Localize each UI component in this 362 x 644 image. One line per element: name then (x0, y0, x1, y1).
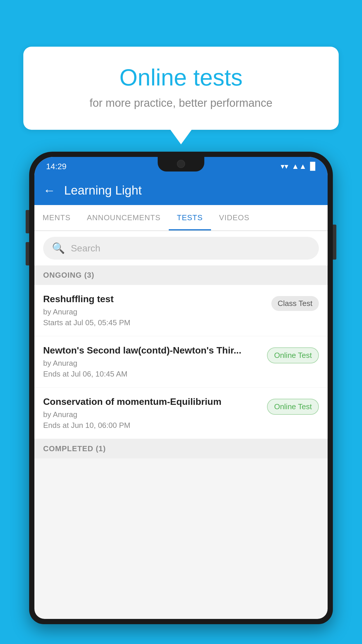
back-button[interactable]: ← (43, 183, 55, 197)
test-item-2[interactable]: Newton's Second law(contd)-Newton's Thir… (34, 336, 328, 388)
app-title: Learning Light (64, 183, 142, 197)
test-name-1: Reshuffling test (43, 294, 266, 304)
test-date-1: Starts at Jul 05, 05:45 PM (43, 318, 266, 327)
test-name-3: Conservation of momentum-Equilibrium (43, 396, 261, 407)
phone-btn-right (333, 225, 336, 260)
test-info-3: Conservation of momentum-Equilibrium by … (43, 396, 261, 430)
phone-camera (177, 160, 185, 168)
test-info-2: Newton's Second law(contd)-Newton's Thir… (43, 345, 261, 379)
status-icons: ▾▾ ▲▲ ▉ (281, 162, 316, 171)
speech-bubble: Online tests for more practice, better p… (23, 47, 339, 130)
ongoing-section-header: ONGOING (3) (34, 265, 328, 285)
battery-icon: ▉ (310, 162, 316, 171)
bubble-title: Online tests (38, 64, 324, 91)
tab-videos[interactable]: VIDEOS (211, 205, 258, 230)
search-bar[interactable]: 🔍 Search (43, 237, 319, 260)
tab-tests[interactable]: TESTS (169, 205, 211, 230)
test-by-2: by Anurag (43, 359, 261, 368)
phone-btn-left (26, 210, 29, 233)
test-name-2: Newton's Second law(contd)-Newton's Thir… (43, 345, 261, 356)
phone-btn-left2 (26, 242, 29, 265)
test-date-2: Ends at Jul 06, 10:45 AM (43, 370, 261, 379)
phone-notch (158, 157, 204, 172)
test-item-3[interactable]: Conservation of momentum-Equilibrium by … (34, 388, 328, 439)
tabs-bar: MENTS ANNOUNCEMENTS TESTS VIDEOS (34, 205, 328, 231)
search-input[interactable]: Search (71, 243, 100, 254)
test-by-1: by Anurag (43, 307, 266, 316)
test-badge-1: Class Test (271, 296, 319, 311)
phone-wrapper: 14:29 ▾▾ ▲▲ ▉ ← Learning Light MENTS ANN… (29, 152, 333, 644)
app-header: ← Learning Light (34, 176, 328, 205)
signal-icon: ▲▲ (292, 162, 307, 171)
test-item-1[interactable]: Reshuffling test by Anurag Starts at Jul… (34, 285, 328, 336)
ongoing-title: ONGOING (3) (43, 271, 94, 279)
test-badge-2: Online Test (267, 347, 319, 363)
tab-announcements[interactable]: ANNOUNCEMENTS (79, 205, 169, 230)
test-by-3: by Anurag (43, 410, 261, 419)
completed-section-header: COMPLETED (1) (34, 439, 328, 459)
tab-ments[interactable]: MENTS (34, 205, 79, 230)
test-badge-3: Online Test (267, 399, 319, 415)
search-icon: 🔍 (52, 242, 65, 254)
status-time: 14:29 (46, 162, 66, 171)
wifi-icon: ▾▾ (281, 162, 288, 171)
bubble-subtitle: for more practice, better performance (38, 97, 324, 109)
completed-title: COMPLETED (1) (43, 444, 106, 453)
test-date-3: Ends at Jun 10, 06:00 PM (43, 421, 261, 430)
test-info-1: Reshuffling test by Anurag Starts at Jul… (43, 294, 266, 327)
phone-outer: 14:29 ▾▾ ▲▲ ▉ ← Learning Light MENTS ANN… (29, 152, 333, 624)
search-container: 🔍 Search (34, 231, 328, 265)
phone-screen: 14:29 ▾▾ ▲▲ ▉ ← Learning Light MENTS ANN… (34, 157, 328, 619)
